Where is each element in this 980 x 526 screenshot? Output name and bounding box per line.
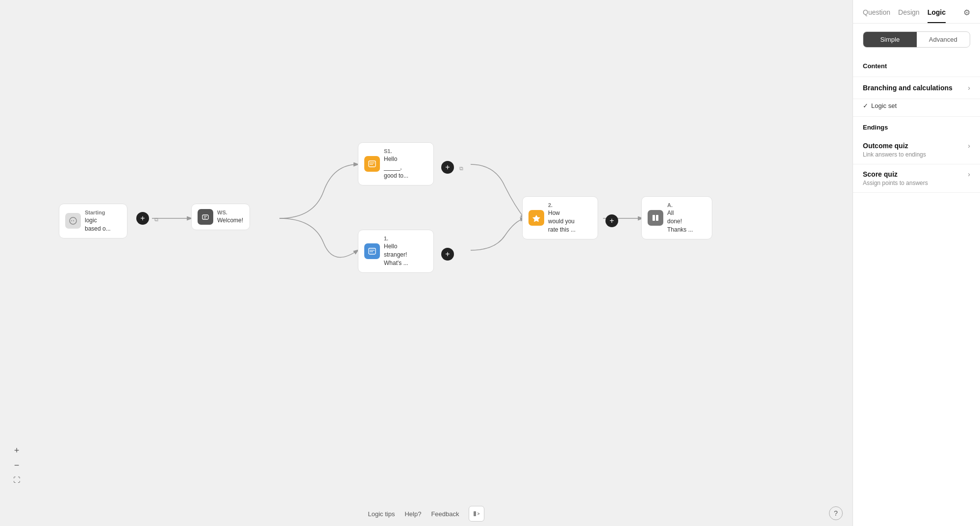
content-label: Content — [863, 62, 970, 70]
score-quiz-desc: Assign points to answers — [863, 180, 964, 186]
ws-node[interactable]: WS. Welcome! — [191, 204, 250, 230]
right-panel: Question Design Logic ⚙ Simple Advanced … — [853, 0, 980, 526]
help-link[interactable]: Help? — [404, 510, 421, 518]
feedback-link[interactable]: Feedback — [431, 510, 459, 518]
outcome-quiz-desc: Link answers to endings — [863, 151, 964, 158]
tab-design[interactable]: Design — [898, 8, 920, 23]
n2-icon — [528, 210, 544, 226]
zoom-controls: + − ⛶ — [10, 444, 24, 487]
outcome-quiz-chevron: › — [968, 142, 970, 150]
svg-rect-5 — [369, 161, 376, 167]
tab-question[interactable]: Question — [863, 8, 890, 23]
starting-text: Starting logicbased o... — [85, 209, 111, 233]
score-quiz-chevron: › — [968, 170, 970, 178]
svg-rect-14 — [474, 511, 476, 516]
svg-rect-12 — [653, 215, 655, 221]
branching-title: Branching and calculations — [863, 84, 968, 92]
bottom-bar: Logic tips Help? Feedback — [0, 501, 853, 526]
score-quiz-info: Score quiz Assign points to answers — [863, 170, 964, 186]
na-node[interactable]: A. Alldone!Thanks ... — [641, 196, 712, 239]
n1-node[interactable]: 1. Hellostranger!What's ... — [358, 230, 434, 273]
logic-set-row: ✓ Logic set — [853, 99, 980, 117]
n1-icon — [364, 243, 380, 259]
zoom-fit-button[interactable]: ⛶ — [10, 473, 24, 487]
endings-label: Endings — [853, 117, 980, 136]
content-section: Content — [853, 55, 980, 77]
simple-advanced-toggle: Simple Advanced — [863, 31, 970, 48]
collapse-panel-button[interactable] — [469, 506, 484, 522]
gear-icon[interactable]: ⚙ — [963, 8, 970, 23]
svg-rect-2 — [202, 215, 208, 219]
plus-after-n2[interactable]: + — [605, 214, 618, 227]
tab-bar: Question Design Logic ⚙ — [853, 0, 980, 24]
n1-text: 1. Hellostranger!What's ... — [384, 235, 408, 267]
n2-node[interactable]: 2. Howwould yourate this ... — [522, 196, 598, 239]
simple-toggle-button[interactable]: Simple — [863, 32, 917, 47]
logic-set-text: Logic set — [871, 102, 897, 109]
outcome-quiz-row[interactable]: Outcome quiz Link answers to endings › — [853, 136, 980, 164]
canvas-area: Starting logicbased o... + ⧉ WS. Welcome… — [0, 0, 853, 526]
na-icon — [648, 210, 663, 226]
svg-marker-11 — [532, 215, 540, 222]
n2-text: 2. Howwould yourate this ... — [548, 202, 576, 234]
branching-row[interactable]: Branching and calculations › — [853, 77, 980, 99]
starting-node[interactable]: Starting logicbased o... — [59, 204, 127, 238]
s1-node[interactable]: S1. Hello_____,good to... — [358, 142, 434, 185]
plus-after-n1[interactable]: + — [441, 248, 454, 261]
ws-text: WS. Welcome! — [217, 209, 243, 225]
plus-after-s1[interactable]: + — [441, 161, 454, 174]
svg-rect-13 — [656, 215, 658, 221]
branching-chevron: › — [968, 84, 970, 92]
s1-text: S1. Hello_____,good to... — [384, 148, 408, 180]
na-text: A. Alldone!Thanks ... — [667, 202, 693, 234]
score-quiz-title: Score quiz — [863, 170, 964, 178]
tab-logic[interactable]: Logic — [928, 8, 946, 23]
copy-after-s1[interactable]: ⧉ — [456, 163, 467, 174]
check-icon: ✓ — [863, 102, 868, 109]
zoom-out-button[interactable]: − — [10, 458, 24, 472]
copy-after-starting[interactable]: ⧉ — [151, 214, 162, 225]
starting-icon — [65, 213, 81, 229]
plus-after-starting[interactable]: + — [136, 212, 149, 225]
ws-icon — [198, 209, 213, 225]
s1-icon — [364, 156, 380, 172]
outcome-quiz-title: Outcome quiz — [863, 142, 964, 150]
svg-line-16 — [477, 514, 479, 515]
score-quiz-row[interactable]: Score quiz Assign points to answers › — [853, 164, 980, 193]
logic-tips-link[interactable]: Logic tips — [368, 510, 395, 518]
zoom-in-button[interactable]: + — [10, 444, 24, 457]
svg-rect-8 — [369, 248, 376, 254]
advanced-toggle-button[interactable]: Advanced — [917, 32, 970, 47]
outcome-quiz-info: Outcome quiz Link answers to endings — [863, 142, 964, 158]
help-button[interactable]: ? — [829, 506, 843, 520]
